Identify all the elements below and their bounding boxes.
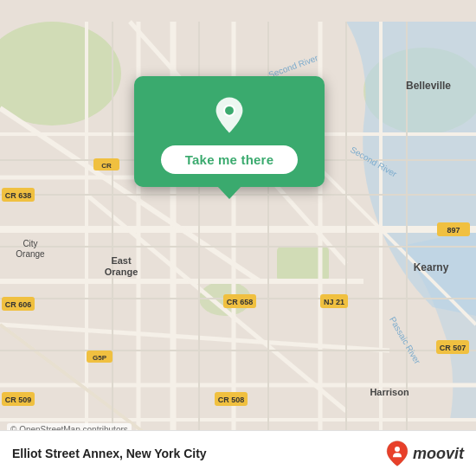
map-background: CR 638 CR 897 CR 606 G5P CR 509 CR 658 N… — [0, 0, 476, 476]
svg-text:CR: CR — [101, 162, 112, 170]
location-pin-icon — [208, 93, 251, 137]
svg-text:Kearny: Kearny — [414, 261, 449, 273]
svg-text:East: East — [111, 255, 132, 266]
location-info: Elliot Street Annex, New York City — [12, 447, 207, 460]
svg-text:G5P: G5P — [93, 354, 107, 362]
svg-point-65 — [395, 447, 400, 452]
svg-text:897: 897 — [447, 226, 460, 235]
svg-text:Harrison: Harrison — [370, 387, 409, 397]
svg-text:City: City — [23, 239, 37, 248]
moovit-pin-icon — [385, 440, 409, 467]
svg-text:NJ 21: NJ 21 — [324, 298, 344, 306]
svg-text:CR 606: CR 606 — [5, 300, 32, 309]
location-name: Elliot Street Annex, New York City — [12, 447, 207, 460]
bottom-bar: Elliot Street Annex, New York City moovi… — [0, 430, 476, 476]
location-popup: Take me there — [134, 76, 325, 187]
svg-text:Orange: Orange — [16, 249, 45, 259]
svg-text:CR 508: CR 508 — [218, 396, 245, 404]
svg-text:Orange: Orange — [105, 267, 138, 277]
map-svg: CR 638 CR 897 CR 606 G5P CR 509 CR 658 N… — [0, 0, 476, 476]
svg-text:Belleville: Belleville — [406, 80, 451, 92]
moovit-brand-text: moovit — [413, 445, 464, 463]
map-container: CR 638 CR 897 CR 606 G5P CR 509 CR 658 N… — [0, 0, 476, 476]
svg-text:CR 507: CR 507 — [440, 344, 466, 352]
svg-text:CR 509: CR 509 — [5, 396, 32, 404]
svg-text:CR 638: CR 638 — [5, 191, 32, 200]
svg-text:CR 658: CR 658 — [227, 298, 254, 306]
take-me-there-button[interactable]: Take me there — [161, 145, 298, 174]
moovit-logo: moovit — [385, 440, 464, 467]
